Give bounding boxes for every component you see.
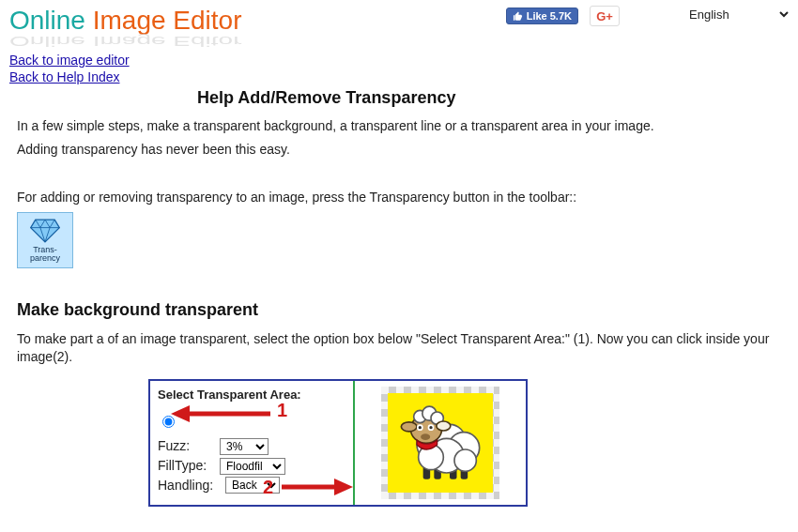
panel-heading: Select Transparent Area: [158, 387, 345, 403]
intro-text-1: In a few simple steps, make a transparen… [17, 117, 781, 135]
transparency-tool-button[interactable]: Trans- parency [17, 212, 73, 268]
svg-point-25 [421, 434, 430, 441]
filltype-label: FillType: [158, 457, 216, 475]
sheep-image [393, 398, 487, 487]
back-to-editor-link[interactable]: Back to image editor [9, 53, 130, 68]
fuzz-label: Fuzz: [158, 437, 216, 455]
diamond-icon [29, 218, 61, 244]
thumbs-up-icon [513, 11, 523, 22]
svg-point-22 [419, 426, 422, 429]
language-select[interactable]: English [684, 4, 792, 24]
google-plus-button[interactable]: G+ [590, 6, 620, 26]
intro-text-2: Adding transparency has never been this … [17, 141, 781, 159]
tool-button-label: Trans- parency [30, 246, 60, 263]
page-title: Help Add/Remove Transparency [197, 88, 798, 108]
annotation-number-1: 1 [277, 398, 287, 423]
annotation-number-2: 2 [263, 475, 273, 500]
google-plus-label: G+ [596, 9, 613, 23]
handling-label: Handling: [158, 477, 222, 494]
preview-image-background[interactable] [388, 393, 493, 493]
fuzz-select[interactable]: 3% [220, 438, 269, 455]
svg-marker-0 [31, 220, 60, 242]
facebook-like-button[interactable]: Like 5.7K [506, 8, 578, 24]
preview-checkerboard [381, 387, 499, 499]
select-transparent-area-radio[interactable] [162, 416, 175, 428]
site-logo: Online Image Editor [9, 6, 241, 36]
facebook-like-label: Like 5.7K [527, 10, 572, 22]
svg-point-24 [429, 426, 432, 429]
svg-point-19 [401, 422, 417, 432]
intro-text-3: For adding or removing transparency to a… [17, 189, 781, 206]
svg-point-14 [454, 449, 476, 471]
site-logo-reflection: Online Image Editor [9, 33, 789, 48]
transparent-area-panel: Select Transparent Area: 1 Fuzz: 3% [148, 379, 528, 507]
section-text: To make part a of an image transparent, … [17, 330, 781, 366]
svg-point-20 [437, 421, 451, 431]
filltype-select[interactable]: Floodfil [220, 458, 285, 475]
back-to-help-index-link[interactable]: Back to Help Index [9, 69, 120, 84]
section-title: Make background transparent [17, 298, 781, 321]
